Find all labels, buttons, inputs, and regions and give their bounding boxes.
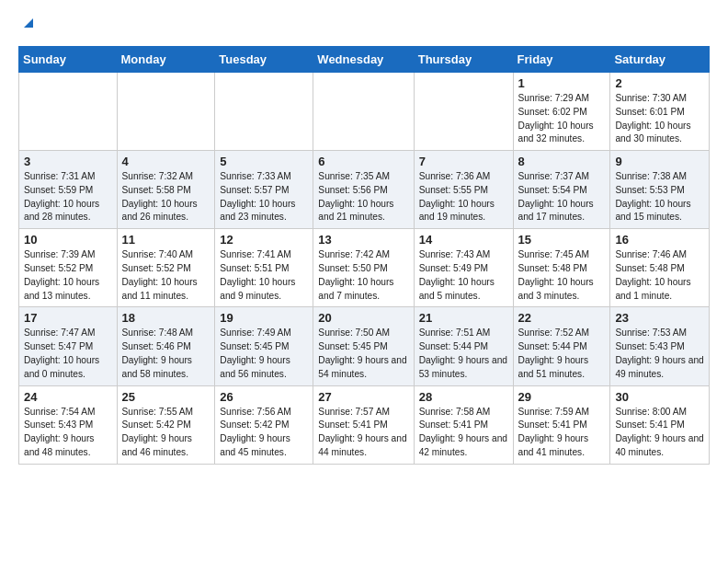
calendar-cell: 17Sunrise: 7:47 AM Sunset: 5:47 PM Dayli… (19, 307, 118, 385)
calendar-cell: 12Sunrise: 7:41 AM Sunset: 5:51 PM Dayli… (215, 229, 313, 307)
day-number: 28 (419, 390, 508, 404)
day-number: 3 (24, 155, 112, 168)
day-number: 12 (220, 233, 308, 247)
day-number: 22 (518, 311, 606, 325)
calendar-cell: 13Sunrise: 7:42 AM Sunset: 5:50 PM Dayli… (313, 229, 414, 307)
calendar-week-row: 17Sunrise: 7:47 AM Sunset: 5:47 PM Dayli… (19, 307, 710, 385)
day-detail: Sunrise: 7:39 AM Sunset: 5:52 PM Dayligh… (24, 248, 112, 303)
calendar-week-row: 24Sunrise: 7:54 AM Sunset: 5:43 PM Dayli… (19, 385, 710, 464)
day-detail: Sunrise: 7:57 AM Sunset: 5:41 PM Dayligh… (318, 406, 408, 460)
calendar-week-row: 10Sunrise: 7:39 AM Sunset: 5:52 PM Dayli… (19, 229, 710, 307)
day-detail: Sunrise: 7:46 AM Sunset: 5:48 PM Dayligh… (615, 248, 704, 303)
calendar-cell: 27Sunrise: 7:57 AM Sunset: 5:41 PM Dayli… (313, 385, 414, 464)
svg-marker-0 (24, 18, 33, 28)
logo (18, 15, 37, 35)
day-number: 5 (220, 155, 308, 168)
day-detail: Sunrise: 7:36 AM Sunset: 5:55 PM Dayligh… (419, 170, 508, 224)
day-number: 6 (318, 155, 408, 168)
day-detail: Sunrise: 7:55 AM Sunset: 5:42 PM Dayligh… (122, 406, 210, 460)
day-number: 13 (318, 233, 408, 247)
day-detail: Sunrise: 7:49 AM Sunset: 5:45 PM Dayligh… (220, 327, 308, 381)
day-detail: Sunrise: 7:51 AM Sunset: 5:44 PM Dayligh… (419, 327, 508, 381)
day-detail: Sunrise: 7:38 AM Sunset: 5:53 PM Dayligh… (615, 170, 704, 224)
day-detail: Sunrise: 7:47 AM Sunset: 5:47 PM Dayligh… (24, 327, 112, 381)
day-detail: Sunrise: 7:31 AM Sunset: 5:59 PM Dayligh… (24, 170, 112, 224)
calendar-cell: 10Sunrise: 7:39 AM Sunset: 5:52 PM Dayli… (19, 229, 118, 307)
calendar-table: SundayMondayTuesdayWednesdayThursdayFrid… (18, 46, 710, 465)
day-number: 19 (220, 311, 308, 325)
day-number: 29 (518, 390, 606, 404)
day-detail: Sunrise: 7:40 AM Sunset: 5:52 PM Dayligh… (122, 248, 210, 303)
calendar-cell: 3Sunrise: 7:31 AM Sunset: 5:59 PM Daylig… (19, 151, 118, 229)
calendar-cell (414, 73, 513, 151)
day-number: 25 (122, 390, 210, 404)
day-number: 20 (318, 311, 408, 325)
header (18, 15, 710, 35)
page: SundayMondayTuesdayWednesdayThursdayFrid… (0, 0, 728, 479)
calendar-cell: 2Sunrise: 7:30 AM Sunset: 6:01 PM Daylig… (610, 73, 710, 151)
day-detail: Sunrise: 7:30 AM Sunset: 6:01 PM Dayligh… (615, 92, 704, 146)
day-number: 4 (122, 155, 210, 168)
day-number: 26 (220, 390, 308, 404)
day-number: 2 (615, 76, 704, 90)
day-number: 24 (24, 390, 112, 404)
calendar-cell: 16Sunrise: 7:46 AM Sunset: 5:48 PM Dayli… (610, 229, 710, 307)
day-detail: Sunrise: 7:54 AM Sunset: 5:43 PM Dayligh… (24, 406, 112, 460)
day-detail: Sunrise: 7:42 AM Sunset: 5:50 PM Dayligh… (318, 248, 408, 303)
calendar-cell (19, 73, 118, 151)
calendar-cell: 20Sunrise: 7:50 AM Sunset: 5:45 PM Dayli… (313, 307, 414, 385)
calendar-cell: 15Sunrise: 7:45 AM Sunset: 5:48 PM Dayli… (513, 229, 610, 307)
day-detail: Sunrise: 7:59 AM Sunset: 5:41 PM Dayligh… (518, 406, 606, 460)
day-detail: Sunrise: 7:48 AM Sunset: 5:46 PM Dayligh… (122, 327, 210, 381)
day-number: 9 (615, 155, 704, 168)
calendar-cell (117, 73, 215, 151)
calendar-cell: 14Sunrise: 7:43 AM Sunset: 5:49 PM Dayli… (414, 229, 513, 307)
calendar-cell: 8Sunrise: 7:37 AM Sunset: 5:54 PM Daylig… (513, 151, 610, 229)
calendar-cell: 23Sunrise: 7:53 AM Sunset: 5:43 PM Dayli… (610, 307, 710, 385)
day-number: 1 (518, 76, 606, 90)
day-detail: Sunrise: 7:37 AM Sunset: 5:54 PM Dayligh… (518, 170, 606, 224)
day-number: 18 (122, 311, 210, 325)
calendar-cell: 30Sunrise: 8:00 AM Sunset: 5:41 PM Dayli… (610, 385, 710, 464)
day-detail: Sunrise: 7:45 AM Sunset: 5:48 PM Dayligh… (518, 248, 606, 303)
day-number: 14 (419, 233, 508, 247)
day-detail: Sunrise: 7:29 AM Sunset: 6:02 PM Dayligh… (518, 92, 606, 146)
day-number: 30 (615, 390, 704, 404)
day-detail: Sunrise: 7:32 AM Sunset: 5:58 PM Dayligh… (122, 170, 210, 224)
day-detail: Sunrise: 7:53 AM Sunset: 5:43 PM Dayligh… (615, 327, 704, 381)
calendar-cell (215, 73, 313, 151)
calendar-cell: 28Sunrise: 7:58 AM Sunset: 5:41 PM Dayli… (414, 385, 513, 464)
calendar-header-monday: Monday (117, 47, 215, 73)
day-number: 16 (615, 233, 704, 247)
calendar-cell: 1Sunrise: 7:29 AM Sunset: 6:02 PM Daylig… (513, 73, 610, 151)
calendar-cell: 29Sunrise: 7:59 AM Sunset: 5:41 PM Dayli… (513, 385, 610, 464)
calendar-header-tuesday: Tuesday (215, 47, 313, 73)
calendar-cell: 22Sunrise: 7:52 AM Sunset: 5:44 PM Dayli… (513, 307, 610, 385)
day-number: 11 (122, 233, 210, 247)
calendar-cell: 9Sunrise: 7:38 AM Sunset: 5:53 PM Daylig… (610, 151, 710, 229)
day-detail: Sunrise: 7:41 AM Sunset: 5:51 PM Dayligh… (220, 248, 308, 303)
calendar-header-wednesday: Wednesday (313, 47, 414, 73)
calendar-header-friday: Friday (513, 47, 610, 73)
day-number: 7 (419, 155, 508, 168)
calendar-cell: 21Sunrise: 7:51 AM Sunset: 5:44 PM Dayli… (414, 307, 513, 385)
day-number: 21 (419, 311, 508, 325)
day-detail: Sunrise: 7:58 AM Sunset: 5:41 PM Dayligh… (419, 406, 508, 460)
calendar-cell: 7Sunrise: 7:36 AM Sunset: 5:55 PM Daylig… (414, 151, 513, 229)
calendar-cell: 5Sunrise: 7:33 AM Sunset: 5:57 PM Daylig… (215, 151, 313, 229)
day-number: 10 (24, 233, 112, 247)
day-detail: Sunrise: 7:56 AM Sunset: 5:42 PM Dayligh… (220, 406, 308, 460)
calendar-cell: 4Sunrise: 7:32 AM Sunset: 5:58 PM Daylig… (117, 151, 215, 229)
day-detail: Sunrise: 7:35 AM Sunset: 5:56 PM Dayligh… (318, 170, 408, 224)
day-detail: Sunrise: 7:52 AM Sunset: 5:44 PM Dayligh… (518, 327, 606, 381)
day-detail: Sunrise: 7:43 AM Sunset: 5:49 PM Dayligh… (419, 248, 508, 303)
calendar-cell: 26Sunrise: 7:56 AM Sunset: 5:42 PM Dayli… (215, 385, 313, 464)
day-detail: Sunrise: 8:00 AM Sunset: 5:41 PM Dayligh… (615, 406, 704, 460)
calendar-cell (313, 73, 414, 151)
calendar-cell: 25Sunrise: 7:55 AM Sunset: 5:42 PM Dayli… (117, 385, 215, 464)
calendar-header-saturday: Saturday (610, 47, 710, 73)
logo-triangle-icon (20, 15, 37, 31)
day-detail: Sunrise: 7:50 AM Sunset: 5:45 PM Dayligh… (318, 327, 408, 381)
calendar-header-row: SundayMondayTuesdayWednesdayThursdayFrid… (19, 47, 710, 73)
calendar-week-row: 3Sunrise: 7:31 AM Sunset: 5:59 PM Daylig… (19, 151, 710, 229)
